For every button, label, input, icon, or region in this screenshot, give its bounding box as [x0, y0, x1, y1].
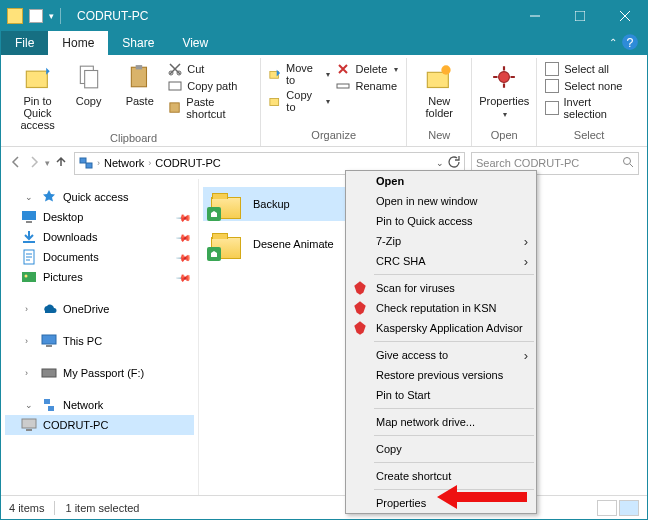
svg-rect-25	[22, 272, 36, 282]
icons-view-button[interactable]	[619, 500, 639, 516]
ctx-label: Give access to	[376, 349, 448, 361]
search-placeholder: Search CODRUT-PC	[476, 157, 579, 169]
details-view-button[interactable]	[597, 500, 617, 516]
svg-rect-22	[26, 221, 32, 223]
quick-access-toolbar: ▾	[1, 1, 67, 31]
ctx-check-ksn[interactable]: Check reputation in KSN	[346, 298, 536, 318]
kaspersky-icon	[352, 320, 368, 336]
nav-documents[interactable]: Documents📌	[5, 247, 194, 267]
ctx-label: Kaspersky Application Advisor	[376, 322, 523, 334]
rename-button[interactable]: Rename	[336, 79, 398, 93]
nav-this-pc[interactable]: ›This PC	[5, 331, 194, 351]
recent-dropdown-icon[interactable]: ▾	[45, 158, 50, 168]
svg-rect-19	[86, 163, 92, 168]
ctx-open-new-window[interactable]: Open in new window	[346, 191, 536, 211]
ctx-pin-start[interactable]: Pin to Start	[346, 385, 536, 405]
view-mode-buttons	[597, 500, 639, 516]
ctx-give-access[interactable]: Give access to	[346, 345, 536, 365]
new-folder-button[interactable]: New folder	[415, 60, 463, 119]
properties-button[interactable]: Properties	[480, 60, 528, 119]
svg-rect-13	[270, 98, 279, 105]
invert-label: Invert selection	[564, 96, 633, 120]
copy-button[interactable]: Copy	[66, 60, 111, 107]
ctx-label: Create shortcut	[376, 470, 451, 482]
address-row: ▾ › Network › CODRUT-PC ⌄ Search CODRUT-…	[1, 147, 647, 179]
ribbon-group-organize: Move to Copy to Delete Rename Organize	[261, 58, 407, 146]
search-icon	[622, 156, 634, 170]
delete-button[interactable]: Delete	[336, 62, 398, 76]
nav-label: My Passport (F:)	[63, 367, 144, 379]
refresh-button[interactable]	[446, 155, 460, 171]
history-dropdown-icon[interactable]: ⌄	[436, 158, 444, 168]
pin-icon: 📌	[176, 229, 192, 245]
svg-rect-28	[46, 345, 52, 347]
ctx-create-shortcut[interactable]: Create shortcut	[346, 466, 536, 486]
nav-passport[interactable]: ›My Passport (F:)	[5, 363, 194, 383]
ribbon-group-clipboard: Pin to Quick access Copy Paste Cut Copy …	[7, 58, 261, 146]
separator	[374, 408, 534, 409]
nav-desktop[interactable]: Desktop📌	[5, 207, 194, 227]
tab-home[interactable]: Home	[48, 31, 108, 55]
ctx-7zip[interactable]: 7-Zip	[346, 231, 536, 251]
nav-label: This PC	[63, 335, 102, 347]
select-all-label: Select all	[564, 63, 609, 75]
maximize-button[interactable]	[557, 1, 602, 31]
ctx-copy[interactable]: Copy	[346, 439, 536, 459]
svg-rect-32	[22, 419, 36, 428]
qat-dropdown-icon[interactable]: ▾	[49, 11, 54, 21]
svg-rect-30	[44, 399, 50, 404]
nav-quick-access[interactable]: ⌄Quick access	[5, 187, 194, 207]
nav-codrut-pc[interactable]: CODRUT-PC	[5, 415, 194, 435]
breadcrumb[interactable]: CODRUT-PC	[155, 157, 220, 169]
checkbox-icon	[545, 62, 559, 76]
ctx-label: Properties	[376, 497, 426, 509]
breadcrumb[interactable]: Network	[104, 157, 144, 169]
forward-button[interactable]	[27, 155, 41, 171]
close-button[interactable]	[602, 1, 647, 31]
copy-to-label: Copy to	[286, 89, 319, 113]
help-icon[interactable]: ?	[621, 33, 639, 51]
ctx-kaspersky-advisor[interactable]: Kaspersky Application Advisor	[346, 318, 536, 338]
back-button[interactable]	[9, 155, 23, 171]
delete-label: Delete	[355, 63, 387, 75]
nav-downloads[interactable]: Downloads📌	[5, 227, 194, 247]
window-controls	[512, 1, 647, 31]
kaspersky-icon	[352, 300, 368, 316]
paste-button[interactable]: Paste	[117, 60, 162, 107]
select-none-button[interactable]: Select none	[545, 79, 633, 93]
copy-to-button[interactable]: Copy to	[269, 89, 330, 113]
collapse-ribbon-icon[interactable]: ⌃	[609, 37, 617, 48]
new-folder-label: New folder	[415, 95, 463, 119]
ctx-crc-sha[interactable]: CRC SHA	[346, 251, 536, 271]
svg-rect-10	[169, 82, 181, 90]
svg-text:?: ?	[627, 36, 634, 50]
chevron-right-icon[interactable]: ›	[148, 158, 151, 168]
paste-shortcut-button[interactable]: Paste shortcut	[168, 96, 252, 120]
svg-rect-11	[170, 103, 179, 112]
minimize-button[interactable]	[512, 1, 557, 31]
nav-pictures[interactable]: Pictures📌	[5, 267, 194, 287]
ctx-open[interactable]: Open	[346, 171, 536, 191]
select-all-button[interactable]: Select all	[545, 62, 633, 76]
status-selected-count: 1 item selected	[65, 502, 139, 514]
cut-button[interactable]: Cut	[168, 62, 252, 76]
nav-network[interactable]: ⌄Network	[5, 395, 194, 415]
pin-to-quick-access-button[interactable]: Pin to Quick access	[15, 60, 60, 131]
chevron-right-icon[interactable]: ›	[97, 158, 100, 168]
move-to-button[interactable]: Move to	[269, 62, 330, 86]
ctx-pin-quick-access[interactable]: Pin to Quick access	[346, 211, 536, 231]
svg-point-17	[499, 72, 510, 83]
nav-onedrive[interactable]: ›OneDrive	[5, 299, 194, 319]
title-bar: ▾ CODRUT-PC	[1, 1, 647, 31]
tab-share[interactable]: Share	[108, 31, 168, 55]
tab-file[interactable]: File	[1, 31, 48, 55]
ctx-restore-versions[interactable]: Restore previous versions	[346, 365, 536, 385]
open-group-label: Open	[480, 128, 528, 144]
svg-point-16	[442, 65, 451, 74]
tab-view[interactable]: View	[168, 31, 222, 55]
up-button[interactable]	[54, 155, 68, 171]
invert-selection-button[interactable]: Invert selection	[545, 96, 633, 120]
ctx-scan-viruses[interactable]: Scan for viruses	[346, 278, 536, 298]
copy-path-button[interactable]: Copy path	[168, 79, 252, 93]
ctx-map-drive[interactable]: Map network drive...	[346, 412, 536, 432]
